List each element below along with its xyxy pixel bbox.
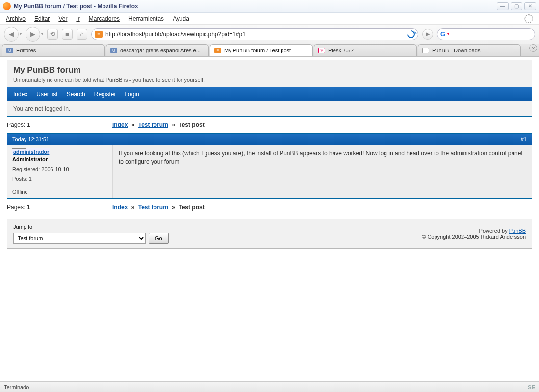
reload-button[interactable]: ⟲	[47, 29, 58, 40]
poster-registered: Registered: 2006-10-10	[12, 166, 107, 172]
favicon-icon: U	[110, 48, 117, 53]
home-button[interactable]: ⌂	[77, 29, 87, 40]
seo-badge: SE	[528, 384, 535, 390]
url-bar[interactable]: ≡	[91, 28, 418, 40]
nav-userlist[interactable]: User list	[36, 91, 57, 98]
nav-index[interactable]: Index	[13, 91, 27, 98]
status-bar: Terminado SE	[0, 381, 539, 392]
tab-punbb-forum[interactable]: ≡ My PunBB forum / Test post	[210, 44, 313, 56]
jump-label: Jump to	[13, 224, 169, 230]
post-header: Today 12:31:51 #1	[7, 134, 532, 145]
activity-indicator-icon	[524, 14, 533, 23]
go-button[interactable]: ▶	[422, 29, 433, 40]
menu-ayuda[interactable]: Ayuda	[173, 15, 189, 22]
tab-punbb-downloads[interactable]: ◆ PunBB - Downloads	[418, 44, 521, 56]
window-controls: — ▢ ✕	[497, 2, 536, 10]
firefox-icon	[3, 2, 11, 10]
status-text: Terminado	[4, 384, 29, 390]
jump-box: Jump to Test forum Go Powered by PunBB ©…	[7, 219, 532, 249]
close-tab-button[interactable]: ✕	[529, 44, 537, 52]
go-reload-icon[interactable]	[406, 28, 417, 40]
poster-info: administrador Administrator Registered: …	[7, 145, 113, 198]
breadcrumb-row-top: Pages: 1 Index » Test forum » Test post	[7, 117, 532, 133]
forum-header: My PunBB forum Unfortunately no one can …	[7, 60, 532, 87]
poster-online-status: Offline	[12, 189, 107, 195]
pagination-top: Pages: 1	[7, 122, 112, 128]
url-input[interactable]	[105, 31, 404, 38]
favicon-icon: ◆	[422, 48, 429, 53]
crumb-index[interactable]: Index	[112, 122, 128, 128]
search-engine-chevron-icon[interactable]: ▾	[447, 32, 449, 36]
tab-ares[interactable]: U descargar gratis español Ares e...	[106, 44, 209, 56]
site-identity-icon[interactable]: ≡	[95, 31, 103, 38]
menu-editar[interactable]: Editar	[34, 15, 50, 22]
favicon-icon: ≡	[214, 48, 221, 53]
crumb-index-bottom[interactable]: Index	[112, 204, 128, 211]
forum-description: Unfortunately no one can be told what Pu…	[13, 77, 526, 83]
crumb-topic-bottom: Test post	[179, 204, 204, 211]
forum-nav: Index User list Search Register Login	[7, 87, 532, 101]
navigation-toolbar: ◀▾ ▶▾ ⟲ ■ ⌂ ≡ ▶ G ▾	[0, 24, 539, 44]
post-permalink[interactable]: #1	[521, 136, 527, 142]
poster-postcount: Posts: 1	[12, 176, 107, 182]
page-content: My PunBB forum Unfortunately no one can …	[0, 57, 539, 252]
post-body: administrador Administrator Registered: …	[7, 145, 532, 198]
window-titlebar: My PunBB forum / Test post - Mozilla Fir…	[0, 0, 539, 13]
favicon-icon: ✻	[318, 48, 325, 53]
breadcrumb-bottom: Index » Test forum » Test post	[112, 204, 205, 211]
favicon-icon: U	[6, 48, 13, 53]
search-input[interactable]	[451, 31, 532, 38]
poster-role: Administrator	[12, 156, 107, 162]
tab-bar: U Editores U descargar gratis español Ar…	[0, 44, 539, 57]
forum-title: My PunBB forum	[13, 65, 526, 75]
close-button[interactable]: ✕	[524, 2, 536, 10]
menu-herramientas[interactable]: Herramientas	[128, 15, 164, 22]
tab-plesk[interactable]: ✻ Plesk 7.5.4	[314, 44, 417, 56]
footer-right: Powered by PunBB © Copyright 2002–2005 R…	[422, 228, 526, 240]
tab-editores[interactable]: U Editores	[2, 44, 105, 56]
crumb-topic: Test post	[179, 122, 204, 128]
breadcrumb-row-bottom: Pages: 1 Index » Test forum » Test post	[7, 199, 532, 216]
minimize-button[interactable]: —	[497, 2, 509, 10]
back-button[interactable]: ◀▾	[4, 27, 22, 42]
pagination-bottom: Pages: 1	[7, 204, 112, 211]
menu-archivo[interactable]: Archivo	[6, 15, 26, 22]
home-icon: ⌂	[80, 30, 84, 38]
nav-login[interactable]: Login	[125, 91, 139, 98]
window-title: My PunBB forum / Test post - Mozilla Fir…	[14, 3, 138, 10]
menu-ir[interactable]: Ir	[76, 15, 79, 22]
forward-button[interactable]: ▶▾	[26, 27, 43, 42]
google-icon: G	[440, 30, 445, 38]
menu-bar: Archivo Editar Ver Ir Marcadores Herrami…	[0, 13, 539, 24]
menu-ver[interactable]: Ver	[58, 15, 67, 22]
crumb-forum-bottom[interactable]: Test forum	[138, 204, 168, 211]
forum-header-box: My PunBB forum Unfortunately no one can …	[7, 60, 532, 117]
stop-button[interactable]: ■	[62, 29, 73, 40]
nav-search[interactable]: Search	[67, 91, 85, 98]
maximize-button[interactable]: ▢	[511, 2, 522, 10]
jump-go-button[interactable]: Go	[149, 233, 169, 244]
nav-register[interactable]: Register	[94, 91, 116, 98]
post-timestamp: Today 12:31:51	[12, 136, 49, 142]
post-message: If you are looking at this (which I gues…	[113, 145, 532, 198]
jump-select[interactable]: Test forum	[13, 233, 146, 244]
breadcrumb: Index » Test forum » Test post	[112, 122, 205, 128]
crumb-forum[interactable]: Test forum	[138, 122, 168, 128]
login-status: You are not logged in.	[7, 101, 532, 116]
powered-by-link[interactable]: PunBB	[509, 228, 526, 234]
copyright: © Copyright 2002–2005 Rickard Andersson	[422, 234, 526, 240]
post: Today 12:31:51 #1 administrador Administ…	[7, 133, 532, 199]
search-box[interactable]: G ▾	[437, 28, 535, 40]
menu-marcadores[interactable]: Marcadores	[89, 15, 120, 22]
jump-left: Jump to Test forum Go	[13, 224, 169, 244]
poster-name-link[interactable]: administrador	[12, 148, 50, 155]
